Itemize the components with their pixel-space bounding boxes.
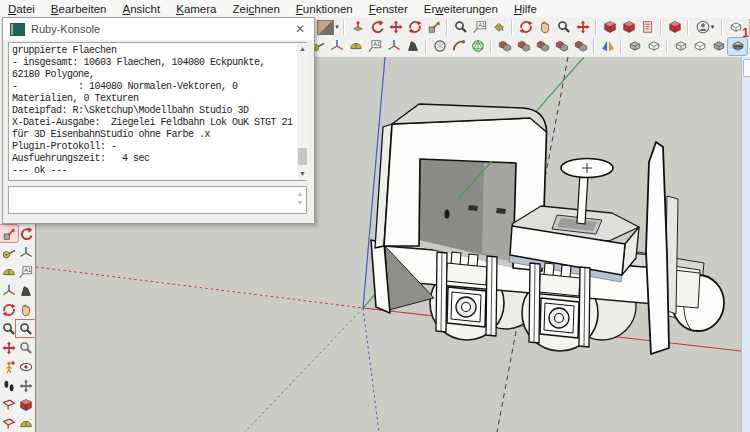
shield-tool-button[interactable] — [430, 38, 449, 55]
solid-subtract-button[interactable] — [552, 38, 571, 55]
toolbar-separator — [593, 39, 595, 54]
close-icon[interactable]: ✕ — [295, 22, 305, 36]
solid-union-button[interactable] — [533, 38, 552, 55]
scrollbar-thumb[interactable] — [298, 148, 307, 165]
menu-erweiterungen[interactable]: Erweiterungen — [416, 2, 506, 16]
axes-button[interactable] — [384, 38, 403, 55]
menu-hilfe[interactable]: Hilfe — [506, 2, 545, 16]
menu-zeichnen[interactable]: Zeichnen — [225, 2, 288, 16]
console-input[interactable] — [8, 186, 307, 214]
export-doc-button[interactable] — [638, 19, 657, 36]
rotate-tool-button[interactable] — [405, 19, 424, 36]
account-person-icon — [696, 20, 710, 34]
pan-hand-icon — [538, 20, 552, 34]
toolbar-separator — [490, 39, 492, 54]
spin-down-icon[interactable]: ▼ — [295, 199, 305, 206]
follow-me-tool-button[interactable] — [367, 19, 386, 36]
style-textured-button[interactable] — [728, 38, 747, 55]
docked-panel-button[interactable] — [743, 59, 750, 77]
section-plane-button[interactable] — [403, 38, 422, 55]
solid-trim-button[interactable] — [571, 38, 590, 55]
menu-datei[interactable]: Datei — [0, 2, 43, 16]
style-hiddenline-button[interactable] — [690, 38, 709, 55]
zoom-tool-2-button[interactable] — [554, 19, 573, 36]
scroll-up-icon[interactable]: ▲ — [297, 43, 308, 55]
zoom-previous-button[interactable] — [16, 339, 35, 356]
text-tool-2-button[interactable] — [365, 38, 384, 55]
toolbar-row-1: ▾ ▾ JFMAMJJ. — [316, 18, 750, 36]
account-button[interactable]: ▾ — [692, 19, 718, 36]
paint-bucket-icon — [492, 20, 506, 34]
push-pull-tool-button[interactable] — [348, 19, 367, 36]
protractor-icon — [2, 265, 16, 279]
menu-funktionen[interactable]: Funktionen — [288, 2, 361, 16]
sphere-icon — [433, 39, 447, 53]
flip-icon — [601, 39, 615, 53]
pan-tool-button[interactable] — [16, 301, 35, 318]
scene-2-button[interactable] — [619, 19, 638, 36]
section-plane-button[interactable] — [16, 282, 35, 299]
section-wedge-icon — [19, 284, 33, 298]
geodesic-tool-button[interactable] — [468, 38, 487, 55]
scroll-down-icon[interactable]: ▼ — [297, 168, 308, 180]
style-backedges-button[interactable] — [671, 38, 690, 55]
section-fill-icon — [2, 417, 16, 431]
input-spinner[interactable]: ▲▼ — [295, 190, 305, 206]
axes-tool-button[interactable] — [327, 38, 346, 55]
pan-hand-icon — [19, 303, 33, 317]
style-wireframe-a-button[interactable] — [644, 38, 663, 55]
text-icon — [368, 39, 382, 53]
solid-intersect-button[interactable] — [514, 38, 533, 55]
turn-tool-button[interactable] — [16, 377, 35, 394]
style-box-icon — [647, 39, 661, 53]
toolbar-separator — [595, 20, 597, 35]
axes-tool-icon — [19, 246, 33, 260]
zoom-tool-button[interactable] — [451, 19, 470, 36]
toolbar-separator — [620, 39, 622, 54]
arc-icon — [452, 39, 466, 53]
move-tool-button[interactable] — [386, 19, 405, 36]
text-icon — [19, 265, 33, 279]
pan-tool-button[interactable] — [535, 19, 554, 36]
locomotive-model[interactable] — [371, 104, 724, 354]
style-shaded-a-button[interactable] — [625, 38, 644, 55]
menu-ansicht[interactable]: Ansicht — [115, 2, 169, 16]
text-tool-button[interactable] — [470, 19, 489, 36]
solid-outer-shell-button[interactable] — [495, 38, 514, 55]
console-output[interactable]: gruppierte Flaechen- insgesamt: 10603 Fl… — [8, 42, 307, 181]
menu-kamera[interactable]: Kamera — [168, 2, 224, 16]
menu-fenster[interactable]: Fenster — [361, 2, 416, 16]
axlebox-left[interactable] — [436, 252, 497, 336]
axlebox-right[interactable] — [529, 263, 590, 347]
section-outer-button[interactable] — [16, 415, 35, 432]
spin-up-icon[interactable]: ▲ — [295, 190, 305, 197]
flip-button[interactable] — [598, 38, 617, 55]
component-button[interactable] — [665, 19, 684, 36]
paint-bucket-button[interactable] — [489, 19, 508, 36]
text-tool-button[interactable] — [16, 263, 35, 280]
follow-me-tool-button[interactable] — [16, 225, 35, 242]
position-camera-icon — [2, 360, 16, 374]
zoom-extents-button[interactable] — [573, 19, 592, 36]
look-around-button[interactable] — [16, 358, 35, 375]
arc-tool-button[interactable] — [449, 38, 468, 55]
dropdown-caret-icon: ▾ — [711, 23, 715, 31]
docked-panel-strip[interactable] — [741, 57, 750, 432]
style-shaded-button[interactable] — [709, 38, 728, 55]
rear-blade[interactable] — [646, 142, 678, 354]
axes-tool-icon — [330, 39, 344, 53]
protractor-button[interactable] — [346, 38, 365, 55]
zoom-icon — [2, 322, 16, 336]
dialog-titlebar[interactable]: Ruby-Konsole ✕ — [3, 18, 314, 40]
console-scrollbar[interactable]: ▲ ▼ — [297, 43, 308, 180]
section-cut-button[interactable] — [16, 396, 35, 413]
axes-tool-button[interactable] — [16, 244, 35, 261]
scale-icon — [427, 20, 441, 34]
menu-bearbeiten[interactable]: Bearbeiten — [43, 2, 115, 16]
solid-cubes-icon — [498, 39, 512, 53]
scene-1-button[interactable] — [600, 19, 619, 36]
scale-tool-button[interactable] — [424, 19, 443, 36]
zoom-window-button[interactable] — [16, 320, 35, 337]
materials-swatch-button[interactable]: ▾ — [316, 19, 340, 36]
orbit-tool-button[interactable] — [516, 19, 535, 36]
